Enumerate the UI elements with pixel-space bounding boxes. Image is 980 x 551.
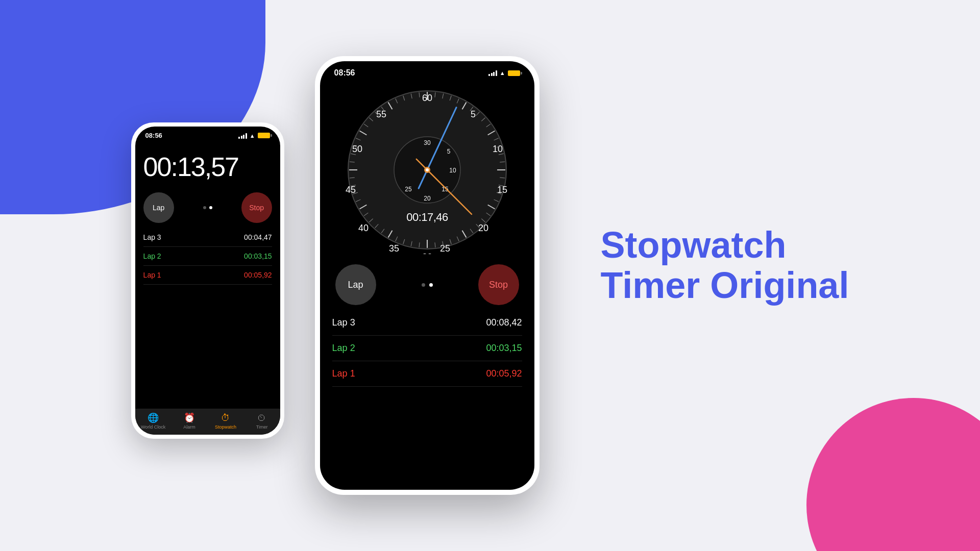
- stop-button-large[interactable]: Stop: [478, 264, 519, 305]
- alarm-label: Alarm: [183, 424, 195, 430]
- phone-large-inner: 08:56 ▲: [320, 61, 534, 490]
- svg-text:5: 5: [471, 109, 476, 119]
- stopwatch-dial: // Generated tick marks 60 5 10 15: [343, 86, 511, 254]
- phone-small-inner: 08:56 ▲ 00:13,57 Lap Stop: [135, 127, 280, 435]
- svg-text:30: 30: [422, 252, 432, 254]
- dot-large-1: [422, 283, 425, 287]
- heading-line2: Timer Original: [601, 265, 849, 306]
- wifi-icon: ▲: [250, 133, 255, 139]
- svg-text:35: 35: [389, 243, 399, 254]
- alarm-icon: ⏰: [184, 412, 195, 423]
- heading-line1: Stopwatch: [601, 225, 787, 265]
- tab-bar-small: 🌐 World Clock ⏰ Alarm ⏱ Stopwatch ⏲ Time…: [135, 409, 280, 435]
- lap-1-label-small: Lap 1: [143, 271, 161, 279]
- dial-container: // Generated tick marks 60 5 10 15: [320, 81, 534, 259]
- buttons-row-large: Lap Stop: [320, 259, 534, 310]
- svg-text:25: 25: [405, 186, 412, 193]
- status-time-small: 08:56: [145, 132, 162, 139]
- battery-icon: [258, 133, 270, 138]
- svg-text:30: 30: [424, 139, 431, 146]
- battery-icon-large: [508, 70, 520, 76]
- lap-2-time-small: 00:03,15: [244, 252, 272, 260]
- svg-text:15: 15: [442, 186, 449, 193]
- svg-text:40: 40: [358, 223, 369, 233]
- lap-3-label-large: Lap 3: [332, 317, 355, 328]
- wifi-icon-large: ▲: [500, 70, 505, 76]
- svg-text:55: 55: [376, 109, 386, 119]
- lap-item-1-large: Lap 1 00:05,92: [332, 361, 522, 387]
- buttons-row-small: Lap Stop: [135, 187, 280, 228]
- signal-icon-large: [488, 70, 497, 76]
- dial-svg: // Generated tick marks 60 5 10 15: [343, 86, 511, 254]
- status-bar-large: 08:56 ▲: [320, 61, 534, 81]
- main-content: 08:56 ▲ 00:13,57 Lap Stop: [0, 0, 980, 551]
- status-bar-small: 08:56 ▲: [135, 127, 280, 141]
- lap-button-small[interactable]: Lap: [143, 192, 174, 223]
- lap-3-label-small: Lap 3: [143, 233, 161, 241]
- lap-item-1-small: Lap 1 00:05,92: [143, 266, 272, 285]
- status-icons-large: ▲: [488, 70, 520, 76]
- lap-2-label-small: Lap 2: [143, 252, 161, 260]
- svg-text:5: 5: [447, 148, 450, 155]
- tab-stopwatch[interactable]: ⏱ Stopwatch: [210, 413, 241, 430]
- svg-text:25: 25: [440, 243, 450, 254]
- svg-point-85: [426, 168, 429, 171]
- timer-display-small: 00:13,57: [135, 141, 280, 187]
- lap-1-time-large: 00:05,92: [486, 368, 522, 379]
- svg-text:10: 10: [449, 167, 456, 174]
- svg-text:20: 20: [424, 195, 431, 202]
- right-text: Stopwatch Timer Original: [601, 225, 849, 306]
- lap-1-label-large: Lap 1: [332, 368, 355, 379]
- lap-item-2-small: Lap 2 00:03,15: [143, 247, 272, 266]
- tab-world-clock[interactable]: 🌐 World Clock: [138, 412, 168, 430]
- tab-alarm[interactable]: ⏰ Alarm: [174, 412, 205, 430]
- phone-large: 08:56 ▲: [315, 56, 540, 495]
- dots-indicator-large: [422, 283, 433, 287]
- lap-2-label-large: Lap 2: [332, 343, 355, 354]
- stopwatch-label: Stopwatch: [215, 424, 236, 430]
- timer-icon: ⏲: [257, 413, 266, 423]
- tab-timer[interactable]: ⏲ Timer: [247, 413, 277, 430]
- lap-1-time-small: 00:05,92: [244, 271, 272, 279]
- lap-item-3-large: Lap 3 00:08,42: [332, 310, 522, 336]
- signal-icon: [238, 133, 247, 139]
- lap-item-2-large: Lap 2 00:03,15: [332, 336, 522, 361]
- dot-2: [209, 206, 212, 209]
- dot-large-2: [429, 283, 433, 287]
- stopwatch-icon: ⏱: [221, 413, 230, 423]
- svg-text:20: 20: [478, 223, 488, 233]
- phone-small: 08:56 ▲ 00:13,57 Lap Stop: [131, 122, 284, 439]
- world-clock-icon: 🌐: [148, 412, 159, 423]
- lap-list-small: Lap 3 00:04,47 Lap 2 00:03,15 Lap 1 00:0…: [135, 228, 280, 409]
- lap-button-large[interactable]: Lap: [335, 264, 376, 305]
- lap-list-large: Lap 3 00:08,42 Lap 2 00:03,15 Lap 1 00:0…: [320, 310, 534, 490]
- status-icons-small: ▲: [238, 133, 270, 139]
- svg-text:00:17,46: 00:17,46: [406, 211, 448, 223]
- dot-1: [203, 206, 206, 209]
- stop-button-small[interactable]: Stop: [241, 192, 272, 223]
- lap-item-3-small: Lap 3 00:04,47: [143, 228, 272, 247]
- lap-2-time-large: 00:03,15: [486, 343, 522, 354]
- status-time-large: 08:56: [334, 68, 355, 78]
- timer-label: Timer: [256, 424, 268, 430]
- lap-3-time-large: 00:08,42: [486, 317, 522, 328]
- dots-indicator-small: [203, 206, 212, 209]
- svg-text:10: 10: [493, 144, 503, 154]
- svg-text:50: 50: [352, 144, 362, 154]
- lap-3-time-small: 00:04,47: [244, 233, 272, 241]
- world-clock-label: World Clock: [141, 424, 165, 430]
